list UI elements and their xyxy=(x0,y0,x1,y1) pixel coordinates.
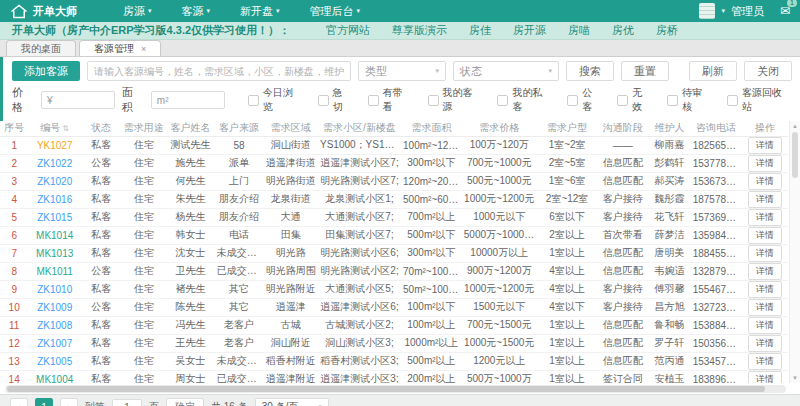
next-page-button[interactable]: › xyxy=(60,398,78,406)
banner-link-premium-demo[interactable]: 尊享版演示 xyxy=(392,23,447,38)
col-phone: 咨询电话 xyxy=(691,121,742,136)
banner-link-official-site[interactable]: 官方网站 xyxy=(326,23,370,38)
cell-source: 朋友介绍 xyxy=(215,208,264,226)
filter-checkbox-urgent[interactable]: 急切 xyxy=(318,86,353,114)
vertical-scrollbar[interactable]: ▲ ▼ xyxy=(789,121,800,383)
client-code-link[interactable]: MK1004 xyxy=(36,374,73,384)
price-input[interactable] xyxy=(58,93,114,107)
detail-button[interactable]: 详情 xyxy=(748,227,782,244)
prev-page-button[interactable]: ‹ xyxy=(10,398,28,406)
client-code-link[interactable]: ZK1007 xyxy=(37,338,72,349)
horizontal-scrollbar[interactable] xyxy=(5,385,786,393)
tab-my-desktop[interactable]: 我的桌面 xyxy=(6,40,76,56)
vertical-scrollbar-thumb[interactable] xyxy=(792,132,798,178)
detail-button[interactable]: 详情 xyxy=(748,137,782,154)
detail-button[interactable]: 详情 xyxy=(748,299,782,316)
client-code-link[interactable]: ZK1010 xyxy=(37,284,72,295)
area-input[interactable] xyxy=(174,93,224,107)
detail-button[interactable]: 详情 xyxy=(748,245,782,262)
detail-button[interactable]: 详情 xyxy=(748,209,782,226)
detail-button[interactable]: 详情 xyxy=(748,353,782,370)
checkbox-icon xyxy=(617,95,628,106)
detail-button[interactable]: 详情 xyxy=(748,173,782,190)
detail-button[interactable]: 详情 xyxy=(748,371,782,384)
confirm-page-button[interactable]: 确定 xyxy=(166,398,204,406)
current-user[interactable]: 管理员 xyxy=(731,4,764,19)
nav-menu-new-developments[interactable]: 新开盘▾ xyxy=(240,4,280,19)
reset-button[interactable]: 重置 xyxy=(621,61,669,81)
avatar[interactable] xyxy=(699,3,715,19)
detail-button[interactable]: 详情 xyxy=(748,335,782,352)
goto-page-input[interactable] xyxy=(112,399,142,406)
client-code-link[interactable]: ZK1015 xyxy=(37,212,72,223)
client-code-link[interactable]: MK1014 xyxy=(36,230,73,241)
client-code-link[interactable]: YK1027 xyxy=(37,140,73,151)
cell-status: 私客 xyxy=(81,280,122,298)
detail-button[interactable]: 详情 xyxy=(748,155,782,172)
checkbox-label: 今日浏览 xyxy=(263,86,303,114)
client-code-link[interactable]: ZK1009 xyxy=(37,302,72,313)
client-code-link[interactable]: ZK1022 xyxy=(37,158,72,169)
cell-agent: 韦婉适 xyxy=(648,262,691,280)
cell-no: 4 xyxy=(0,190,28,208)
cell-status: 公客 xyxy=(81,154,122,172)
table-row: 4ZK1016私客住宅朱先生朋友介绍龙泉街道龙泉测试小区1;500m²~600m… xyxy=(0,190,788,208)
client-code-link[interactable]: MK1013 xyxy=(36,248,73,259)
filter-checkbox-recycle-bin[interactable]: 客源回收站 xyxy=(727,86,792,114)
cell-code: ZK1010 xyxy=(28,280,81,298)
filter-checkbox-has-showing[interactable]: 有带看 xyxy=(368,86,413,114)
filter-checkbox-invalid[interactable]: 无效 xyxy=(617,86,652,114)
client-code-link[interactable]: ZK1016 xyxy=(37,194,72,205)
cell-community: 逍遥津测试小区3; xyxy=(318,370,401,383)
filter-checkbox-today-viewed[interactable]: 今日浏览 xyxy=(248,86,303,114)
cell-area: 100m²以下 xyxy=(401,298,462,316)
app-title: 开单大师 xyxy=(33,4,77,19)
banner-link-fangmiao[interactable]: 房喵 xyxy=(568,23,590,38)
checkbox-label: 无效 xyxy=(632,86,652,114)
page-1-button[interactable]: 1 xyxy=(35,398,53,406)
page-size-select[interactable]: 30 条/页 ▾ xyxy=(255,398,329,406)
type-select[interactable]: 类型 ▾ xyxy=(358,61,446,81)
cell-layout: 2室~5室 xyxy=(537,154,598,172)
banner-link-fangjia[interactable]: 房佳 xyxy=(469,23,491,38)
scroll-down-icon[interactable]: ▼ xyxy=(790,373,800,383)
cell-price: 1500元以下 xyxy=(462,298,537,316)
client-code-link[interactable]: ZK1020 xyxy=(37,176,72,187)
search-input[interactable] xyxy=(87,61,351,81)
search-button[interactable]: 搜索 xyxy=(566,61,614,81)
cell-action: 详情 xyxy=(741,316,788,334)
banner-link-fangqiao[interactable]: 房桥 xyxy=(656,23,678,38)
top-navbar: 开单大师 房源▾客源▾新开盘▾管理后台▾ ▾ 管理员 ✉1 xyxy=(0,0,800,22)
sort-icon[interactable]: ⇅ xyxy=(62,124,69,133)
add-client-button[interactable]: 添加客源 xyxy=(12,61,80,81)
nav-menu-admin-backend[interactable]: 管理后台▾ xyxy=(310,4,361,19)
banner-link-fangkaiyuan[interactable]: 房开源 xyxy=(513,23,546,38)
client-code-link[interactable]: ZK1005 xyxy=(37,356,72,367)
detail-button[interactable]: 详情 xyxy=(748,263,782,280)
nav-menu-listings[interactable]: 房源▾ xyxy=(123,4,152,19)
horizontal-scrollbar-thumb[interactable] xyxy=(7,386,765,392)
tab-client-management[interactable]: 客源管理× xyxy=(79,40,161,56)
cell-source: 未成交客... xyxy=(215,244,264,262)
filter-checkbox-public-clients[interactable]: 公客 xyxy=(567,86,602,114)
mail-icon[interactable]: ✉1 xyxy=(780,4,790,18)
cell-source: 已成交客... xyxy=(215,262,264,280)
banner-link-fangyou[interactable]: 房优 xyxy=(612,23,634,38)
filter-checkbox-pending-review[interactable]: 待审核 xyxy=(667,86,712,114)
nav-menu-clients[interactable]: 客源▾ xyxy=(182,4,211,19)
app-logo[interactable]: 开单大师 xyxy=(10,4,77,19)
detail-button[interactable]: 详情 xyxy=(748,281,782,298)
close-icon[interactable]: × xyxy=(141,44,146,54)
status-select[interactable]: 状态 ▾ xyxy=(453,61,559,81)
close-button[interactable]: 关闭 xyxy=(744,61,792,81)
refresh-button[interactable]: 刷新 xyxy=(689,61,737,81)
client-code-link[interactable]: MK1011 xyxy=(36,266,73,277)
filter-checkbox-my-clients[interactable]: 我的客源 xyxy=(428,86,483,114)
scroll-up-icon[interactable]: ▲ xyxy=(790,121,800,131)
checkbox-icon xyxy=(318,95,329,106)
detail-button[interactable]: 详情 xyxy=(748,317,782,334)
filter-checkbox-my-private-clients[interactable]: 我的私客 xyxy=(497,86,552,114)
cell-price: 1000元~1500元 xyxy=(462,334,537,352)
detail-button[interactable]: 详情 xyxy=(748,191,782,208)
client-code-link[interactable]: ZK1008 xyxy=(37,320,72,331)
